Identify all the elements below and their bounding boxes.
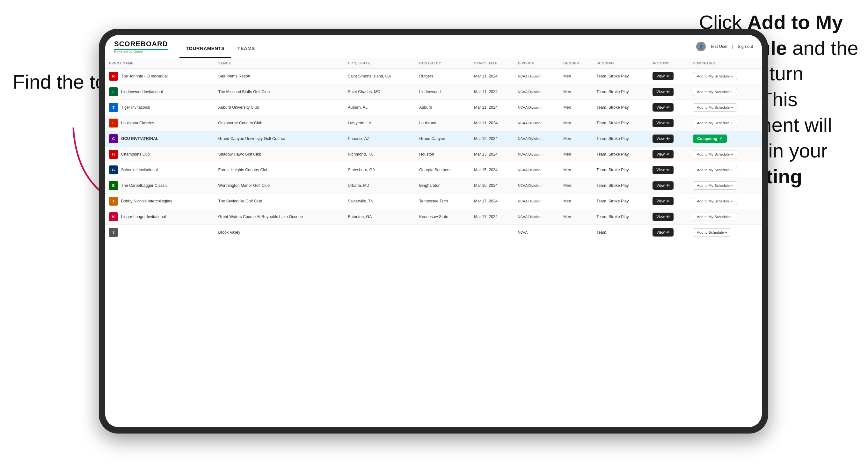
add-to-schedule-button[interactable]: Add to My Schedule + xyxy=(693,197,737,205)
hosted-by: Tennessee Tech xyxy=(415,193,470,209)
team-logo: T xyxy=(109,197,118,206)
add-to-schedule-button[interactable]: Add to My Schedule + xyxy=(693,119,737,127)
eye-icon: 👁 xyxy=(666,152,670,156)
col-scoring: SCORING xyxy=(593,58,649,68)
competing-cell: Add to My Schedule + xyxy=(689,178,762,193)
hosted-by: Lindenwood xyxy=(415,84,470,100)
scoring: Team, Stroke Play xyxy=(593,162,649,178)
table-row: ?Brook ValleyNCAATeam,View 👁Add to Sched… xyxy=(105,225,762,240)
event-name-cell: TTiger Invitational xyxy=(105,100,215,115)
view-button[interactable]: View 👁 xyxy=(652,134,674,143)
hosted-by: Houston xyxy=(415,147,470,162)
add-to-schedule-button[interactable]: Add to My Schedule + xyxy=(693,181,737,190)
view-button[interactable]: View 👁 xyxy=(652,119,674,127)
nav-tab-teams[interactable]: TEAMS xyxy=(231,45,261,58)
team-logo: H xyxy=(109,150,118,159)
division: NCAA Division I xyxy=(514,147,559,162)
scoring: Team, Stroke Play xyxy=(593,178,649,193)
venue: Brook Valley xyxy=(215,225,344,240)
hosted-by: Binghamton xyxy=(415,178,470,193)
add-to-schedule-button[interactable]: Add to My Schedule + xyxy=(693,72,737,80)
gender: Men xyxy=(559,100,593,115)
add-to-schedule-button[interactable]: Add to My Schedule + xyxy=(693,88,737,96)
scoring: Team, Stroke Play xyxy=(593,68,649,84)
actions-cell: View 👁 xyxy=(649,131,689,147)
view-button[interactable]: View 👁 xyxy=(652,181,674,190)
sign-out-link[interactable]: Sign out xyxy=(738,44,753,49)
table-row: KLinger Longer InvitationalGreat Waters … xyxy=(105,209,762,225)
view-button[interactable]: View 👁 xyxy=(652,103,674,112)
venue: Forest Heights Country Club xyxy=(215,162,344,178)
scoring: Team, Stroke Play xyxy=(593,193,649,209)
team-logo: ? xyxy=(109,228,118,237)
venue: The Sevierville Golf Club xyxy=(215,193,344,209)
competing-cell: Competing ✓ xyxy=(689,131,762,147)
nav-tabs: TOURNAMENTS TEAMS xyxy=(180,35,261,58)
start-date: Mar 11, 2024 xyxy=(470,84,514,100)
event-name: Lindenwood Invitational xyxy=(121,90,163,94)
event-name-cell: BThe Carpetbagger Classic xyxy=(105,178,215,193)
add-to-schedule-button[interactable]: Add to Schedule + xyxy=(693,228,731,237)
venue: Auburn University Club xyxy=(215,100,344,115)
table-row: LLouisiana ClassicsOakbourne Country Clu… xyxy=(105,115,762,131)
event-name-cell: GSchenkel Invitational xyxy=(105,162,215,178)
gender: Men xyxy=(559,131,593,147)
view-button[interactable]: View 👁 xyxy=(652,213,674,221)
eye-icon: 👁 xyxy=(666,230,670,234)
table-row: GGCU INVITATIONALGrand Canyon University… xyxy=(105,131,762,147)
scoring: Team, Stroke Play xyxy=(593,147,649,162)
add-to-schedule-button[interactable]: Add to My Schedule + xyxy=(693,103,737,112)
col-venue: VENUE xyxy=(215,58,344,68)
team-logo: K xyxy=(109,212,118,221)
table-header: EVENT NAME VENUE CITY, STATE HOSTED BY S… xyxy=(105,58,762,68)
eye-icon: 👁 xyxy=(666,215,670,219)
city-state: Sevierville, TN xyxy=(344,193,415,209)
hosted-by: Kennesaw State xyxy=(415,209,470,225)
table-row: LLindenwood InvitationalThe Missouri Blu… xyxy=(105,84,762,100)
view-button[interactable]: View 👁 xyxy=(652,166,674,174)
event-name: Champions Cup xyxy=(121,152,150,157)
actions-cell: View 👁 xyxy=(649,225,689,240)
event-name-cell: RThe Johnnie - O Individual xyxy=(105,68,215,84)
start-date: Mar 17, 2024 xyxy=(470,209,514,225)
competing-button[interactable]: Competing ✓ xyxy=(693,134,727,143)
add-to-schedule-button[interactable]: Add to My Schedule + xyxy=(693,150,737,158)
start-date: Mar 15, 2024 xyxy=(470,162,514,178)
view-button[interactable]: View 👁 xyxy=(652,150,674,158)
header-right: 👤 Test User | Sign out xyxy=(696,42,753,51)
event-name: The Carpetbagger Classic xyxy=(121,183,167,188)
venue: Great Waters Course At Reynolds Lake Oco… xyxy=(215,209,344,225)
event-name-cell: HChampions Cup xyxy=(105,147,215,162)
event-name: Linger Longer Invitational xyxy=(121,215,166,219)
user-name: Test User xyxy=(710,44,728,49)
city-state: Auburn, AL xyxy=(344,100,415,115)
competing-cell: Add to My Schedule + xyxy=(689,209,762,225)
nav-tab-tournaments[interactable]: TOURNAMENTS xyxy=(180,45,231,58)
division: NCAA Division I xyxy=(514,209,559,225)
event-name-cell: TBobby Nichols Intercollegiate xyxy=(105,193,215,209)
team-logo: G xyxy=(109,165,118,175)
col-competing: COMPETING xyxy=(689,58,762,68)
competing-cell: Add to My Schedule + xyxy=(689,115,762,131)
venue: Worthington Manor Golf Club xyxy=(215,178,344,193)
view-button[interactable]: View 👁 xyxy=(652,72,674,80)
tournaments-table: EVENT NAME VENUE CITY, STATE HOSTED BY S… xyxy=(105,58,762,240)
division: NCAA Division I xyxy=(514,68,559,84)
view-button[interactable]: View 👁 xyxy=(652,197,674,205)
add-to-schedule-button[interactable]: Add to My Schedule + xyxy=(693,213,737,221)
team-logo: L xyxy=(109,119,118,127)
hosted-by: Georgia Southern xyxy=(415,162,470,178)
hosted-by xyxy=(415,225,470,240)
event-name-cell: GGCU INVITATIONAL xyxy=(105,131,215,147)
gender: Men xyxy=(559,193,593,209)
add-to-schedule-button[interactable]: Add to My Schedule + xyxy=(693,166,737,174)
actions-cell: View 👁 xyxy=(649,115,689,131)
view-button[interactable]: View 👁 xyxy=(652,88,674,96)
city-state xyxy=(344,225,415,240)
view-button[interactable]: View 👁 xyxy=(652,228,674,237)
gender: Men xyxy=(559,68,593,84)
user-avatar: 👤 xyxy=(696,42,706,51)
event-name: Tiger Invitational xyxy=(121,105,150,110)
team-logo: R xyxy=(109,72,118,81)
start-date: Mar 12, 2024 xyxy=(470,131,514,147)
